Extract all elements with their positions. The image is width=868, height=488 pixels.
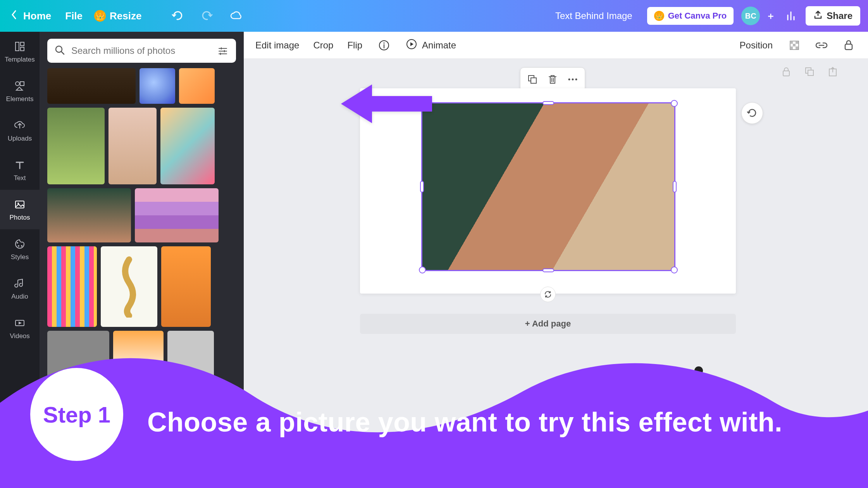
topbar-left: Home File 👑 Resize [8, 9, 243, 23]
more-button[interactable] [563, 71, 582, 88]
photo-thumb[interactable] [47, 188, 131, 242]
flip-button[interactable]: Flip [347, 40, 362, 51]
rail-uploads[interactable]: Uploads [0, 111, 40, 150]
search-box [47, 39, 236, 63]
svg-rect-2 [21, 47, 24, 51]
rail-audio[interactable]: Audio [0, 269, 40, 308]
svg-point-9 [21, 245, 22, 247]
photo-thumb[interactable] [179, 68, 215, 104]
lock-button[interactable] [841, 38, 856, 53]
search-icon [54, 45, 65, 57]
photo-thumb[interactable] [140, 68, 175, 104]
elements-icon [13, 79, 27, 93]
rail-elements[interactable]: Elements [0, 71, 40, 111]
svg-rect-20 [796, 46, 798, 49]
replace-image-button[interactable] [741, 102, 763, 124]
rail-videos[interactable]: Videos [0, 308, 40, 348]
templates-icon [13, 40, 27, 53]
get-pro-label: Get Canva Pro [668, 11, 727, 21]
svg-rect-16 [790, 41, 793, 44]
resize-handle-tr[interactable] [671, 100, 678, 107]
resize-handle-br[interactable] [671, 266, 678, 273]
undo-button[interactable] [171, 9, 184, 22]
svg-rect-27 [783, 71, 789, 76]
rail-label: Elements [6, 95, 34, 103]
add-member-button[interactable]: ＋ [764, 9, 778, 23]
info-icon[interactable] [376, 38, 392, 53]
audio-icon [13, 277, 27, 290]
zoom-slider-thumb[interactable] [694, 366, 703, 375]
redo-button[interactable] [200, 9, 214, 22]
photo-thumb[interactable] [101, 246, 157, 327]
uploads-icon [13, 119, 27, 132]
get-pro-button[interactable]: 👑 Get Canva Pro [647, 7, 734, 25]
document-title[interactable]: Text Behind Image [555, 10, 632, 21]
avatar[interactable]: BC [741, 7, 760, 25]
selected-image[interactable] [421, 102, 675, 271]
svg-rect-29 [808, 70, 813, 76]
crown-icon: 👑 [94, 10, 106, 22]
photo-thumb[interactable] [161, 246, 211, 327]
svg-point-3 [16, 82, 19, 86]
rail-label: Uploads [8, 135, 32, 143]
add-page-button[interactable]: + Add page [360, 314, 736, 334]
resize-handle-b[interactable] [542, 268, 554, 272]
photo-thumb[interactable] [160, 108, 215, 184]
step-instruction: Choose a picture you want to try this ef… [147, 407, 782, 438]
filter-icon[interactable] [217, 45, 229, 57]
animate-button[interactable]: Animate [406, 38, 456, 52]
rail-styles[interactable]: Styles [0, 229, 40, 269]
resize-handle-t[interactable] [542, 101, 554, 105]
resize-label: Resize [110, 10, 141, 22]
resync-button[interactable] [540, 287, 556, 302]
svg-rect-17 [796, 41, 798, 44]
search-input[interactable] [71, 45, 210, 56]
svg-rect-23 [531, 78, 536, 83]
rail-photos[interactable]: Photos [0, 190, 40, 229]
photo-thumb[interactable] [108, 108, 157, 184]
share-label: Share [827, 10, 852, 21]
photo-thumb[interactable] [167, 331, 214, 380]
edit-image-button[interactable]: Edit image [255, 40, 299, 51]
photo-thumb[interactable] [47, 108, 105, 184]
rail-templates[interactable]: Templates [0, 32, 40, 71]
page-duplicate-icon[interactable] [804, 67, 815, 79]
page-lock-icon[interactable] [781, 67, 791, 79]
svg-rect-19 [790, 46, 793, 49]
resize-handle-bl[interactable] [419, 266, 426, 273]
photo-thumb[interactable] [135, 188, 219, 242]
share-button[interactable]: Share [806, 6, 860, 26]
link-button[interactable] [814, 38, 829, 53]
transparency-button[interactable] [787, 38, 802, 53]
page-export-icon[interactable] [828, 67, 838, 79]
duplicate-button[interactable] [523, 71, 542, 88]
rail-label: Styles [11, 253, 29, 261]
photo-grid [47, 68, 236, 380]
chevron-left-icon [10, 9, 18, 23]
resize-handle-r[interactable] [673, 181, 677, 192]
photo-thumb[interactable] [113, 331, 164, 380]
styles-icon [13, 237, 27, 251]
position-button[interactable]: Position [740, 40, 773, 51]
element-floating-toolbar [520, 67, 585, 91]
photo-thumb[interactable] [47, 68, 136, 104]
step-badge: Step 1 [30, 368, 123, 461]
rail-label: Photos [10, 214, 30, 222]
svg-rect-1 [21, 42, 24, 46]
videos-icon [13, 316, 27, 330]
rail-text[interactable]: Text [0, 150, 40, 190]
resize-handle-l[interactable] [420, 181, 424, 192]
rail-label: Videos [10, 332, 30, 340]
crop-button[interactable]: Crop [313, 40, 333, 51]
insights-button[interactable] [785, 10, 798, 22]
photo-thumb[interactable] [47, 246, 97, 327]
topbar-right: Text Behind Image 👑 Get Canva Pro BC ＋ S… [555, 6, 860, 26]
svg-point-13 [384, 42, 385, 43]
home-button[interactable]: Home [8, 9, 53, 23]
cloud-sync-icon[interactable] [230, 9, 243, 22]
svg-point-26 [575, 79, 577, 81]
delete-button[interactable] [543, 71, 562, 88]
file-menu[interactable]: File [65, 10, 83, 22]
resize-button[interactable]: 👑 Resize [94, 10, 141, 22]
crown-icon: 👑 [654, 11, 664, 21]
